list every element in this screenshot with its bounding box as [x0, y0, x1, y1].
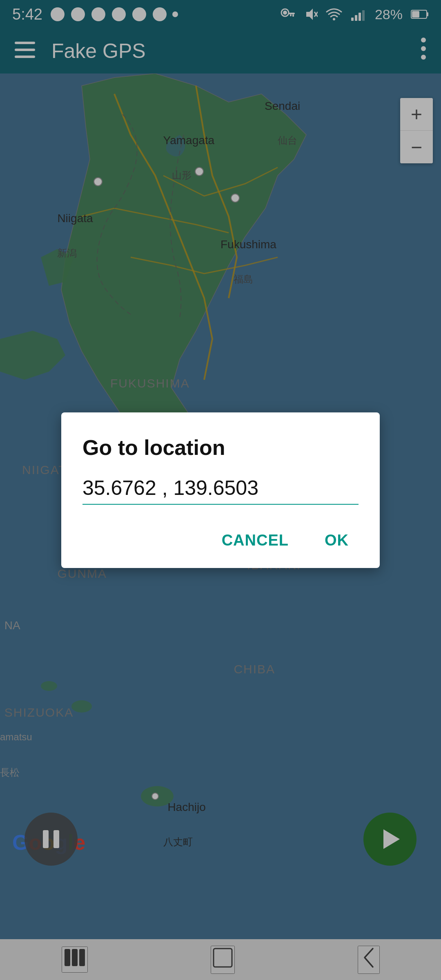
- dialog-actions: CANCEL OK: [82, 521, 359, 556]
- cancel-button[interactable]: CANCEL: [212, 525, 298, 556]
- location-input[interactable]: [82, 476, 359, 505]
- dialog-title: Go to location: [82, 435, 359, 460]
- go-to-location-dialog: Go to location CANCEL OK: [61, 412, 380, 568]
- ok-button[interactable]: OK: [315, 525, 359, 556]
- dialog-overlay: Go to location CANCEL OK: [0, 0, 441, 980]
